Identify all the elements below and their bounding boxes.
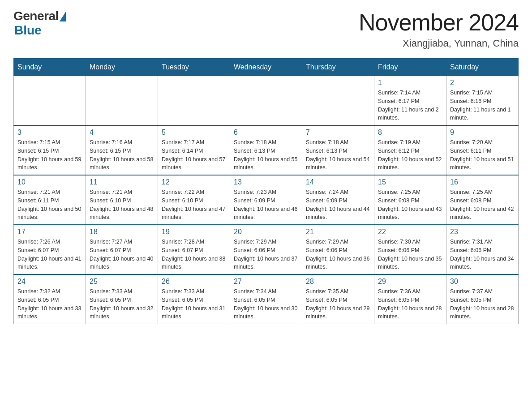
calendar-cell: 29Sunrise: 7:36 AMSunset: 6:05 PMDayligh… bbox=[374, 274, 446, 324]
calendar-cell: 1Sunrise: 7:14 AMSunset: 6:17 PMDaylight… bbox=[374, 76, 446, 126]
day-number: 19 bbox=[162, 228, 226, 236]
day-header-saturday: Saturday bbox=[446, 59, 519, 76]
calendar-week-4: 17Sunrise: 7:26 AMSunset: 6:07 PMDayligh… bbox=[14, 225, 519, 274]
day-info: Sunrise: 7:19 AMSunset: 6:12 PMDaylight:… bbox=[378, 138, 442, 172]
day-info: Sunrise: 7:22 AMSunset: 6:10 PMDaylight:… bbox=[162, 188, 226, 222]
day-number: 3 bbox=[17, 128, 82, 137]
calendar-header-row: SundayMondayTuesdayWednesdayThursdayFrid… bbox=[14, 59, 519, 76]
day-info: Sunrise: 7:28 AMSunset: 6:07 PMDaylight:… bbox=[162, 238, 226, 271]
day-header-tuesday: Tuesday bbox=[158, 59, 230, 76]
day-info: Sunrise: 7:29 AMSunset: 6:06 PMDaylight:… bbox=[306, 238, 370, 271]
logo-general-text: General bbox=[13, 9, 59, 23]
calendar-cell: 10Sunrise: 7:21 AMSunset: 6:11 PMDayligh… bbox=[14, 175, 86, 225]
calendar-cell: 27Sunrise: 7:34 AMSunset: 6:05 PMDayligh… bbox=[230, 274, 302, 324]
day-number: 7 bbox=[306, 128, 370, 137]
day-info: Sunrise: 7:31 AMSunset: 6:06 PMDaylight:… bbox=[450, 238, 515, 271]
day-number: 12 bbox=[162, 178, 226, 186]
day-info: Sunrise: 7:25 AMSunset: 6:08 PMDaylight:… bbox=[450, 188, 515, 222]
day-info: Sunrise: 7:33 AMSunset: 6:05 PMDaylight:… bbox=[162, 287, 226, 321]
day-number: 16 bbox=[450, 178, 515, 186]
logo-triangle-icon bbox=[60, 12, 66, 21]
day-number: 13 bbox=[234, 178, 298, 186]
day-info: Sunrise: 7:20 AMSunset: 6:11 PMDaylight:… bbox=[450, 138, 515, 172]
day-info: Sunrise: 7:15 AMSunset: 6:16 PMDaylight:… bbox=[450, 89, 515, 122]
day-info: Sunrise: 7:21 AMSunset: 6:10 PMDaylight:… bbox=[90, 188, 154, 222]
day-number: 6 bbox=[234, 128, 298, 137]
calendar-cell bbox=[158, 76, 230, 126]
day-number: 30 bbox=[450, 278, 515, 286]
day-number: 29 bbox=[378, 278, 442, 286]
calendar-cell: 2Sunrise: 7:15 AMSunset: 6:16 PMDaylight… bbox=[446, 76, 519, 126]
logo: General Blue bbox=[13, 9, 66, 38]
calendar-cell bbox=[302, 76, 374, 126]
month-title: November 2024 bbox=[359, 9, 519, 36]
day-info: Sunrise: 7:37 AMSunset: 6:05 PMDaylight:… bbox=[450, 287, 515, 321]
day-info: Sunrise: 7:24 AMSunset: 6:09 PMDaylight:… bbox=[306, 188, 370, 222]
day-number: 5 bbox=[162, 128, 226, 137]
calendar-cell: 6Sunrise: 7:18 AMSunset: 6:13 PMDaylight… bbox=[230, 125, 302, 175]
day-info: Sunrise: 7:33 AMSunset: 6:05 PMDaylight:… bbox=[90, 287, 154, 321]
day-info: Sunrise: 7:14 AMSunset: 6:17 PMDaylight:… bbox=[378, 89, 442, 122]
day-info: Sunrise: 7:27 AMSunset: 6:07 PMDaylight:… bbox=[90, 238, 154, 271]
day-number: 18 bbox=[90, 228, 154, 236]
day-number: 20 bbox=[234, 228, 298, 236]
day-info: Sunrise: 7:25 AMSunset: 6:08 PMDaylight:… bbox=[378, 188, 442, 222]
calendar-cell: 8Sunrise: 7:19 AMSunset: 6:12 PMDaylight… bbox=[374, 125, 446, 175]
page-header: General Blue November 2024 Xiangjiaba, Y… bbox=[13, 9, 519, 49]
day-info: Sunrise: 7:36 AMSunset: 6:05 PMDaylight:… bbox=[378, 287, 442, 321]
day-info: Sunrise: 7:21 AMSunset: 6:11 PMDaylight:… bbox=[17, 188, 82, 222]
day-info: Sunrise: 7:18 AMSunset: 6:13 PMDaylight:… bbox=[234, 138, 298, 172]
calendar-week-2: 3Sunrise: 7:15 AMSunset: 6:15 PMDaylight… bbox=[14, 125, 519, 175]
day-info: Sunrise: 7:16 AMSunset: 6:15 PMDaylight:… bbox=[90, 138, 154, 172]
day-info: Sunrise: 7:15 AMSunset: 6:15 PMDaylight:… bbox=[17, 138, 82, 172]
day-header-friday: Friday bbox=[374, 59, 446, 76]
day-info: Sunrise: 7:32 AMSunset: 6:05 PMDaylight:… bbox=[17, 287, 82, 321]
calendar-week-3: 10Sunrise: 7:21 AMSunset: 6:11 PMDayligh… bbox=[14, 175, 519, 225]
calendar-cell bbox=[86, 76, 158, 126]
day-number: 9 bbox=[450, 128, 515, 137]
day-number: 4 bbox=[90, 128, 154, 137]
calendar-cell bbox=[230, 76, 302, 126]
day-header-wednesday: Wednesday bbox=[230, 59, 302, 76]
day-info: Sunrise: 7:30 AMSunset: 6:06 PMDaylight:… bbox=[378, 238, 442, 271]
calendar-cell bbox=[14, 76, 86, 126]
day-number: 24 bbox=[17, 278, 82, 286]
day-number: 2 bbox=[450, 79, 515, 87]
calendar-cell: 22Sunrise: 7:30 AMSunset: 6:06 PMDayligh… bbox=[374, 225, 446, 274]
calendar-cell: 25Sunrise: 7:33 AMSunset: 6:05 PMDayligh… bbox=[86, 274, 158, 324]
day-number: 27 bbox=[234, 278, 298, 286]
calendar-cell: 14Sunrise: 7:24 AMSunset: 6:09 PMDayligh… bbox=[302, 175, 374, 225]
calendar-cell: 19Sunrise: 7:28 AMSunset: 6:07 PMDayligh… bbox=[158, 225, 230, 274]
calendar-cell: 26Sunrise: 7:33 AMSunset: 6:05 PMDayligh… bbox=[158, 274, 230, 324]
calendar-cell: 20Sunrise: 7:29 AMSunset: 6:06 PMDayligh… bbox=[230, 225, 302, 274]
day-header-monday: Monday bbox=[86, 59, 158, 76]
day-number: 21 bbox=[306, 228, 370, 236]
day-number: 1 bbox=[378, 79, 442, 87]
calendar-cell: 12Sunrise: 7:22 AMSunset: 6:10 PMDayligh… bbox=[158, 175, 230, 225]
day-info: Sunrise: 7:18 AMSunset: 6:13 PMDaylight:… bbox=[306, 138, 370, 172]
calendar-cell: 16Sunrise: 7:25 AMSunset: 6:08 PMDayligh… bbox=[446, 175, 519, 225]
day-number: 11 bbox=[90, 178, 154, 186]
calendar-cell: 13Sunrise: 7:23 AMSunset: 6:09 PMDayligh… bbox=[230, 175, 302, 225]
calendar-cell: 5Sunrise: 7:17 AMSunset: 6:14 PMDaylight… bbox=[158, 125, 230, 175]
day-info: Sunrise: 7:23 AMSunset: 6:09 PMDaylight:… bbox=[234, 188, 298, 222]
day-header-thursday: Thursday bbox=[302, 59, 374, 76]
day-number: 28 bbox=[306, 278, 370, 286]
calendar-cell: 30Sunrise: 7:37 AMSunset: 6:05 PMDayligh… bbox=[446, 274, 519, 324]
location: Xiangjiaba, Yunnan, China bbox=[359, 38, 519, 49]
calendar-cell: 18Sunrise: 7:27 AMSunset: 6:07 PMDayligh… bbox=[86, 225, 158, 274]
logo-blue-text: Blue bbox=[14, 23, 42, 38]
day-number: 15 bbox=[378, 178, 442, 186]
calendar-week-1: 1Sunrise: 7:14 AMSunset: 6:17 PMDaylight… bbox=[14, 76, 519, 126]
calendar-cell: 23Sunrise: 7:31 AMSunset: 6:06 PMDayligh… bbox=[446, 225, 519, 274]
day-header-sunday: Sunday bbox=[14, 59, 86, 76]
day-number: 8 bbox=[378, 128, 442, 137]
day-info: Sunrise: 7:29 AMSunset: 6:06 PMDaylight:… bbox=[234, 238, 298, 271]
day-number: 25 bbox=[90, 278, 154, 286]
day-info: Sunrise: 7:26 AMSunset: 6:07 PMDaylight:… bbox=[17, 238, 82, 271]
calendar-cell: 17Sunrise: 7:26 AMSunset: 6:07 PMDayligh… bbox=[14, 225, 86, 274]
day-number: 22 bbox=[378, 228, 442, 236]
calendar-cell: 11Sunrise: 7:21 AMSunset: 6:10 PMDayligh… bbox=[86, 175, 158, 225]
calendar-cell: 28Sunrise: 7:35 AMSunset: 6:05 PMDayligh… bbox=[302, 274, 374, 324]
day-number: 17 bbox=[17, 228, 82, 236]
